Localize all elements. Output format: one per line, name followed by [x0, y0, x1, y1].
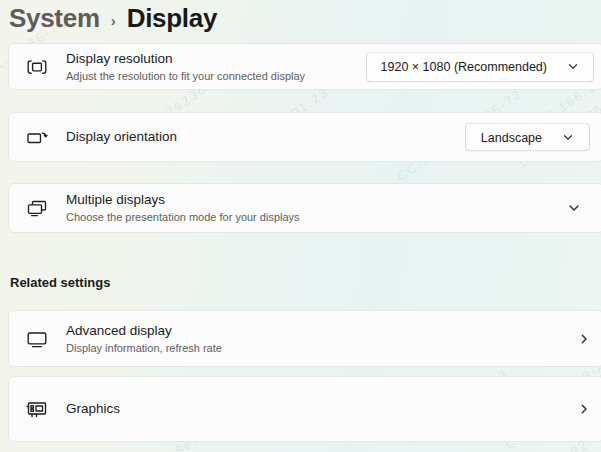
resolution-icon: [24, 55, 50, 79]
display-resolution-row: Display resolution Adjust the resolution…: [8, 43, 601, 90]
advanced-display-title: Advanced display: [66, 323, 222, 339]
resolution-dropdown-value: 1920 × 1080 (Recommended): [381, 60, 547, 74]
multiple-displays-icon: [24, 196, 50, 220]
resolution-dropdown[interactable]: 1920 × 1080 (Recommended): [366, 51, 594, 82]
display-resolution-title: Display resolution: [66, 51, 305, 67]
chevron-down-icon[interactable]: [567, 201, 581, 215]
chevron-right-icon: [578, 403, 590, 415]
multiple-displays-row[interactable]: Multiple displays Choose the presentatio…: [8, 183, 601, 233]
related-settings-heading: Related settings: [10, 275, 110, 290]
multiple-displays-subtitle: Choose the presentation mode for your di…: [66, 211, 300, 224]
chevron-right-icon: [578, 333, 590, 345]
page-title: Display: [127, 3, 217, 34]
display-orientation-title: Display orientation: [66, 129, 177, 145]
orientation-dropdown[interactable]: Landscape: [465, 123, 590, 152]
breadcrumb-separator-icon: ›: [111, 12, 116, 29]
chevron-down-icon: [567, 61, 579, 73]
graphics-icon: [24, 397, 50, 421]
advanced-display-row[interactable]: Advanced display Display information, re…: [8, 310, 601, 367]
chevron-down-icon: [562, 131, 574, 143]
breadcrumb: System › Display: [9, 3, 217, 34]
breadcrumb-system[interactable]: System: [9, 3, 100, 34]
graphics-row[interactable]: Graphics: [8, 376, 601, 442]
orientation-dropdown-value: Landscape: [481, 130, 542, 144]
display-resolution-subtitle: Adjust the resolution to fit your connec…: [66, 70, 305, 83]
advanced-display-subtitle: Display information, refresh rate: [66, 342, 222, 355]
display-orientation-row: Display orientation Landscape: [8, 112, 601, 162]
graphics-title: Graphics: [66, 401, 120, 417]
multiple-displays-title: Multiple displays: [66, 192, 300, 208]
orientation-icon: [24, 125, 50, 149]
advanced-display-icon: [24, 327, 50, 351]
